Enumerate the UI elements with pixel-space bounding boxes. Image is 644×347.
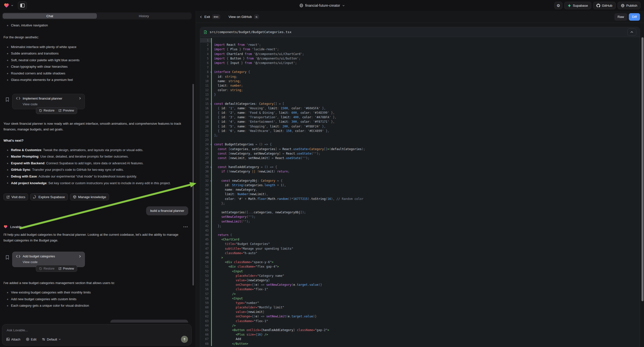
- code-text: setCategories([...categories, newCategor…: [212, 210, 306, 214]
- diff-toggle-button[interactable]: Diff: [629, 13, 640, 21]
- code-text: { id: '5', name: 'Shopping', limit: 200,…: [212, 124, 326, 129]
- line-number: 15∨: [200, 102, 211, 106]
- line-number: 42: [200, 224, 211, 228]
- version-card-add-budget-categories[interactable]: Add budget categories View code: [12, 252, 85, 267]
- code-text: type="number": [212, 301, 259, 305]
- code-text: [212, 38, 214, 42]
- code-line: 28: [200, 160, 640, 165]
- manage-knowledge-button[interactable]: Manage knowledge: [70, 194, 109, 200]
- tab-history[interactable]: History: [97, 13, 191, 19]
- collapse-file-button[interactable]: [627, 28, 636, 36]
- line-number: 52: [200, 269, 211, 274]
- code-text: <Plus size={16} />: [212, 332, 268, 337]
- design-bullet-list: Minimalist interface with plenty of whit…: [4, 44, 188, 84]
- fold-chevron-icon[interactable]: ∨: [210, 102, 212, 106]
- code-text: <div className="flex gap-4">: [212, 264, 279, 269]
- code-text: className="h-auto": [212, 251, 257, 256]
- design-heading: For the design aesthetic:: [4, 34, 188, 40]
- logo-chevron-down-icon[interactable]: [11, 4, 14, 7]
- file-path: src/components/budget/BudgetCategories.t…: [210, 30, 625, 34]
- line-number: 44: [200, 233, 211, 237]
- restore-button[interactable]: Restore: [39, 267, 54, 270]
- lovable-heart-logo[interactable]: [4, 3, 10, 8]
- sidebar-toggle-button[interactable]: [18, 2, 27, 10]
- code-scrollbar-thumb[interactable]: [642, 37, 644, 301]
- edit-button[interactable]: Edit: [26, 338, 36, 341]
- fold-chevron-icon[interactable]: ∨: [210, 70, 212, 74]
- chat-scrollbar-thumb[interactable]: [192, 84, 194, 286]
- bookmark-icon[interactable]: [6, 97, 9, 102]
- supabase-icon: [568, 4, 571, 8]
- message-menu-button[interactable]: •••: [183, 225, 188, 229]
- restore-button[interactable]: Restore: [39, 109, 54, 112]
- visit-docs-button[interactable]: Visit docs: [4, 194, 28, 200]
- help-paragraph: I'll help you add budget categories to t…: [4, 232, 188, 243]
- mode-selector[interactable]: Default: [42, 338, 61, 341]
- publish-label: Publish: [626, 4, 637, 8]
- external-link-icon: [58, 109, 62, 112]
- list-item: Expand with Backend: Connect Supabase to…: [4, 160, 188, 167]
- code-panel: Exit ESC View on GitHub G Raw Diff src/c…: [196, 11, 644, 347]
- code-line: 40 setNewCategory('');: [200, 214, 640, 219]
- line-number: 30: [200, 169, 211, 174]
- file-plus-icon: [204, 30, 207, 34]
- settings-button[interactable]: ⚙: [554, 2, 562, 9]
- code-text: <ChartCard: [212, 237, 239, 242]
- code-line: 44 return (: [200, 233, 640, 237]
- fold-chevron-icon[interactable]: ∨: [210, 178, 212, 183]
- code-lines[interactable]: 12import React from 'react';3import { Pl…: [200, 37, 640, 347]
- view-code-link[interactable]: View code: [23, 260, 81, 264]
- prompt-placeholder[interactable]: Ask Lovable...: [7, 328, 188, 332]
- view-code-link[interactable]: View code: [23, 102, 81, 106]
- code-text: />: [212, 323, 236, 328]
- raw-toggle-button[interactable]: Raw: [614, 13, 627, 21]
- line-number: 2: [200, 42, 211, 47]
- code-line: 67 Add: [200, 337, 640, 341]
- send-button[interactable]: [181, 336, 188, 343]
- topbar: financial-future-creator ⚙ Supabase GitH…: [0, 0, 644, 11]
- panel-left-icon: [20, 4, 25, 8]
- code-line: 32∨ const newCategoryObj: Category = {: [200, 178, 640, 183]
- globe-icon: [299, 4, 303, 8]
- supabase-button[interactable]: Supabase: [564, 2, 591, 9]
- code-line: 58 <Input: [200, 296, 640, 301]
- line-number: 4: [200, 52, 211, 56]
- code-text: return (: [212, 233, 232, 237]
- code-line: 65 <Button onClick={handleAddCategory} c…: [200, 328, 640, 332]
- file-header[interactable]: src/components/budget/BudgetCategories.t…: [200, 27, 640, 37]
- publish-button[interactable]: Publish: [618, 2, 640, 9]
- bookmark-icon[interactable]: [6, 255, 9, 260]
- line-number: 59: [200, 301, 211, 305]
- line-number: 48: [200, 251, 211, 256]
- view-on-github-button[interactable]: View on GitHub G: [228, 15, 259, 19]
- code-line: 13}: [200, 92, 640, 97]
- version-card-implement-financial-planner[interactable]: Implement financial planner View code: [12, 94, 85, 109]
- attach-button[interactable]: Attach: [6, 338, 20, 341]
- project-selector[interactable]: financial-future-creator: [299, 0, 345, 11]
- code-line: 55 onChange={(e) => setNewCategory(e.tar…: [200, 282, 640, 287]
- line-number: 25: [200, 147, 211, 151]
- github-button[interactable]: GitHub: [593, 2, 616, 9]
- explore-supabase-button[interactable]: Explore Supabase: [30, 194, 68, 200]
- code-text: Add: [212, 337, 241, 341]
- preview-button[interactable]: Preview: [58, 109, 74, 112]
- code-line: 64 />: [200, 323, 640, 328]
- code-line: 22];: [200, 133, 640, 138]
- code-text: [212, 65, 214, 70]
- fold-chevron-icon[interactable]: ∨: [210, 142, 212, 146]
- line-number: 67: [200, 337, 211, 341]
- added-bullet-list: View existing budget categories with the…: [4, 289, 188, 309]
- line-number: 65: [200, 328, 211, 332]
- code-text: value={newCategory}: [212, 278, 270, 282]
- tab-chat[interactable]: Chat: [3, 13, 97, 19]
- gear-icon: ⚙: [556, 3, 560, 8]
- list-item: Soft, neutral color palette with light b…: [4, 57, 188, 64]
- preview-button[interactable]: Preview: [58, 267, 74, 270]
- line-number: 36: [200, 197, 211, 201]
- fold-chevron-icon[interactable]: ∨: [210, 165, 212, 169]
- chat-messages[interactable]: Clean, intuitive navigation For the desi…: [0, 20, 192, 322]
- code-text: ];: [212, 133, 218, 138]
- code-text: subtitle="Manage your spending limits": [212, 246, 293, 251]
- prompt-input-box[interactable]: Ask Lovable... Attach Edit Default: [2, 324, 192, 346]
- exit-button[interactable]: Exit ESC: [200, 15, 220, 19]
